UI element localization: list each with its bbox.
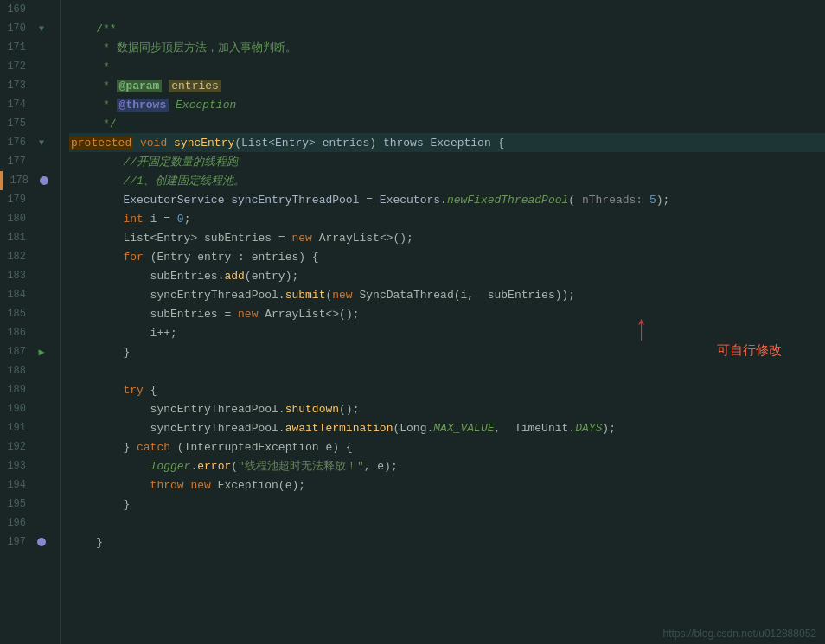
code-line-171: * 数据同步顶层方法，加入事物判断。 — [69, 38, 825, 57]
breakpoint[interactable] — [37, 538, 46, 546]
code-line-170: /** — [69, 19, 825, 38]
code-line-188 — [69, 361, 825, 380]
line-num: 191 — [0, 422, 33, 434]
red-arrow-up: ↑ — [635, 312, 648, 348]
line-num: 178 — [3, 175, 35, 187]
breakpoint[interactable] — [40, 176, 48, 185]
code-line-195: } — [69, 494, 825, 513]
code-line-179: ExecutorService syncEntryThreadPool = Ex… — [69, 190, 825, 209]
code-line-180: int i = 0 ; — [69, 209, 825, 228]
code-line-169 — [69, 0, 825, 19]
line-num: 170 — [0, 22, 33, 35]
protected-keyword: protected — [69, 137, 133, 150]
line-num: 171 — [0, 41, 33, 54]
code-line-174: * @throws Exception — [69, 95, 825, 114]
code-line-184: syncEntryThreadPool. submit ( new SyncDa… — [69, 285, 825, 304]
line-num: 196 — [0, 517, 33, 529]
watermark: https://blog.csdn.net/u012888052 — [663, 628, 816, 640]
line-num: 182 — [0, 251, 33, 263]
code-line-190: syncEntryThreadPool. shutdown (); — [69, 399, 825, 418]
line-num: 193 — [0, 460, 33, 472]
code-line-172: * — [69, 57, 825, 76]
code-editor: 169 170▼ 171 172 173 174 175 176▼ 177 17… — [0, 0, 825, 644]
annotation-text: 可自行修改 — [717, 342, 782, 359]
code-line-181: List<Entry> subEntries = new ArrayList<>… — [69, 228, 825, 247]
code-line-186: i++; — [69, 323, 825, 342]
line-num: 188 — [0, 365, 33, 377]
arrow-right-icon: ▶ — [38, 346, 44, 359]
code-content: /** * 数据同步顶层方法，加入事物判断。 * * @param entrie… — [61, 0, 825, 644]
javadoc-param-tag: @param — [117, 80, 163, 92]
line-num: 185 — [0, 308, 33, 320]
method-name: syncEntry — [174, 137, 234, 150]
code-line-185: subEntries = new ArrayList<>(); — [69, 304, 825, 323]
code-line-191: syncEntryThreadPool. awaitTermination (L… — [69, 418, 825, 437]
line-num: 195 — [0, 498, 33, 510]
line-gutter: 169 170▼ 171 172 173 174 175 176▼ 177 17… — [0, 0, 61, 644]
code-line-182: for (Entry entry : entries) { — [69, 247, 825, 266]
line-num: 197 — [0, 536, 33, 548]
line-num: 179 — [0, 194, 33, 206]
code-line-197: } — [69, 532, 825, 552]
line-num: 172 — [0, 61, 33, 73]
code-line-189: try { — [69, 380, 825, 399]
code-line-177: //开固定数量的线程跑 — [69, 152, 825, 171]
code-line-173: * @param entries — [69, 76, 825, 95]
line-num: 192 — [0, 441, 33, 453]
code-line-193: logger . error ( "线程池超时无法释放！" , e); — [69, 456, 825, 475]
code-line-192: } catch (InterruptedException e) { — [69, 437, 825, 456]
code-line-176: protected void syncEntry ( List<Entry> e… — [69, 133, 825, 152]
fold-icon[interactable]: ▼ — [39, 24, 44, 34]
line-num: 174 — [0, 99, 33, 111]
line-num: 175 — [0, 118, 33, 130]
line-num: 187 — [0, 346, 33, 358]
code-line-187: } ↑ 可自行修改 — [69, 342, 825, 361]
line-num: 181 — [0, 232, 33, 244]
code-line-175: */ — [69, 114, 825, 133]
line-num: 183 — [0, 270, 33, 282]
line-num: 180 — [0, 213, 33, 225]
fold-icon[interactable]: ▼ — [39, 138, 44, 148]
javadoc-param-value: entries — [169, 80, 221, 92]
line-num: 186 — [0, 327, 33, 339]
line-num: 169 — [0, 3, 33, 16]
line-num: 176 — [0, 137, 33, 149]
line-num: 184 — [0, 289, 33, 301]
code-line-183: subEntries. add (entry); — [69, 266, 825, 285]
line-num: 194 — [0, 479, 33, 491]
line-num: 190 — [0, 403, 33, 415]
code-line-194: throw new Exception(e); — [69, 475, 825, 494]
line-num: 173 — [0, 80, 33, 92]
javadoc-throws-tag: @throws — [117, 99, 169, 112]
code-line-178: //1、创建固定线程池。 — [69, 171, 825, 190]
code-line-196 — [69, 513, 825, 532]
line-num: 177 — [0, 156, 33, 168]
line-num: 189 — [0, 384, 33, 396]
